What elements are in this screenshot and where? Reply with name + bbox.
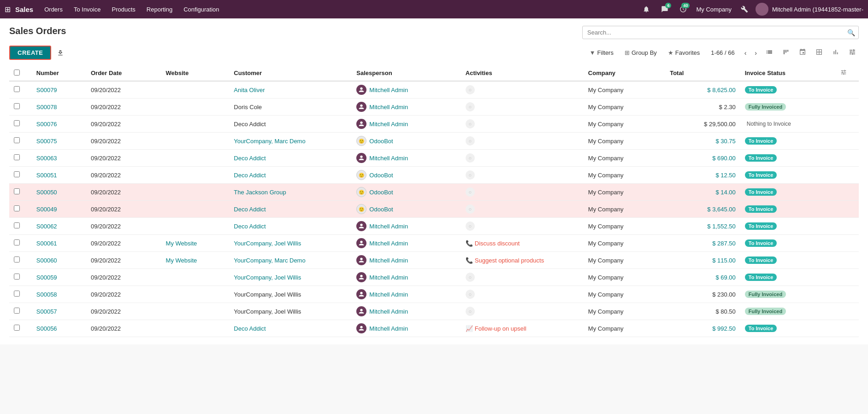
salesperson-name[interactable]: OdooBot bbox=[369, 189, 393, 196]
row-customer[interactable]: YourCompany, Joel Willis bbox=[229, 269, 352, 286]
th-customer[interactable]: Customer bbox=[229, 65, 352, 81]
optional-columns-button[interactable] bbox=[846, 47, 859, 59]
th-salesperson[interactable]: Salesperson bbox=[352, 65, 461, 81]
row-checkbox[interactable] bbox=[14, 239, 20, 245]
row-activity[interactable]: 📈 Follow-up on upsell bbox=[461, 320, 584, 337]
th-company[interactable]: Company bbox=[584, 65, 665, 81]
activity-circle[interactable]: ○ bbox=[466, 170, 475, 180]
row-checkbox[interactable] bbox=[14, 86, 20, 92]
row-total[interactable]: $ 30.75 bbox=[665, 133, 740, 150]
row-checkbox[interactable] bbox=[14, 308, 20, 314]
row-customer[interactable]: YourCompany, Joel Willis bbox=[229, 235, 352, 252]
th-total[interactable]: Total bbox=[665, 65, 740, 81]
salesperson-name[interactable]: Mitchell Admin bbox=[369, 155, 408, 162]
row-checkbox[interactable] bbox=[14, 205, 20, 211]
settings-icon[interactable] bbox=[737, 2, 752, 17]
row-total[interactable]: $ 287.50 bbox=[665, 235, 740, 252]
row-number[interactable]: S00063 bbox=[32, 150, 86, 167]
row-checkbox[interactable] bbox=[14, 274, 20, 280]
download-button[interactable] bbox=[55, 47, 66, 58]
row-number[interactable]: S00050 bbox=[32, 184, 86, 201]
activity-circle[interactable]: ○ bbox=[466, 273, 475, 282]
create-button[interactable]: CREATE bbox=[9, 46, 51, 60]
row-number[interactable]: S00060 bbox=[32, 252, 86, 269]
salesperson-name[interactable]: Mitchell Admin bbox=[369, 223, 408, 230]
salesperson-name[interactable]: Mitchell Admin bbox=[369, 240, 408, 247]
salesperson-name[interactable]: OdooBot bbox=[369, 138, 393, 145]
row-number[interactable]: S00062 bbox=[32, 218, 86, 235]
th-invoice-status[interactable]: Invoice Status bbox=[740, 65, 836, 81]
salesperson-name[interactable]: Mitchell Admin bbox=[369, 291, 408, 298]
th-column-settings[interactable] bbox=[836, 65, 859, 81]
activity-circle[interactable]: ○ bbox=[466, 307, 475, 316]
salesperson-name[interactable]: Mitchell Admin bbox=[369, 257, 408, 264]
app-title[interactable]: Sales bbox=[15, 6, 33, 13]
row-customer[interactable]: Anita Oliver bbox=[229, 81, 352, 99]
nav-configuration[interactable]: Configuration bbox=[179, 0, 224, 18]
search-input[interactable] bbox=[582, 26, 859, 39]
select-all-checkbox[interactable] bbox=[14, 70, 20, 76]
row-total[interactable]: $ 115.00 bbox=[665, 252, 740, 269]
row-checkbox[interactable] bbox=[14, 291, 20, 297]
row-checkbox[interactable] bbox=[14, 222, 20, 228]
row-number[interactable]: S00059 bbox=[32, 269, 86, 286]
row-checkbox[interactable] bbox=[14, 188, 20, 194]
row-number[interactable]: S00078 bbox=[32, 99, 86, 116]
activity-text[interactable]: Discuss discount bbox=[475, 240, 520, 247]
row-website[interactable]: My Website bbox=[161, 252, 230, 269]
view-list[interactable] bbox=[763, 47, 776, 59]
pagination-prev[interactable]: ‹ bbox=[742, 48, 749, 58]
user-name[interactable]: Mitchell Admin (19441852-master- bbox=[772, 6, 863, 13]
row-checkbox[interactable] bbox=[14, 137, 20, 143]
th-website[interactable]: Website bbox=[161, 65, 230, 81]
row-checkbox[interactable] bbox=[14, 325, 20, 331]
row-total[interactable]: $ 8,625.00 bbox=[665, 81, 740, 99]
row-customer[interactable]: The Jackson Group bbox=[229, 184, 352, 201]
row-number[interactable]: S00058 bbox=[32, 286, 86, 303]
row-number[interactable]: S00051 bbox=[32, 167, 86, 184]
row-checkbox[interactable] bbox=[14, 171, 20, 177]
nav-reporting[interactable]: Reporting bbox=[142, 0, 177, 18]
row-checkbox[interactable] bbox=[14, 154, 20, 160]
row-total[interactable]: $ 3,645.00 bbox=[665, 201, 740, 218]
row-activity[interactable]: 📞 Discuss discount bbox=[461, 235, 584, 252]
row-customer[interactable]: Deco Addict bbox=[229, 150, 352, 167]
view-calendar[interactable] bbox=[796, 47, 809, 59]
row-number[interactable]: S00061 bbox=[32, 235, 86, 252]
nav-products[interactable]: Products bbox=[107, 0, 140, 18]
salesperson-name[interactable]: Mitchell Admin bbox=[369, 325, 408, 332]
row-number[interactable]: S00079 bbox=[32, 81, 86, 99]
row-customer[interactable]: Deco Addict bbox=[229, 167, 352, 184]
row-checkbox[interactable] bbox=[14, 257, 20, 262]
nav-to-invoice[interactable]: To Invoice bbox=[69, 0, 106, 18]
row-number[interactable]: S00049 bbox=[32, 201, 86, 218]
row-total[interactable]: $ 690.00 bbox=[665, 150, 740, 167]
nav-orders[interactable]: Orders bbox=[40, 0, 67, 18]
view-graph[interactable] bbox=[829, 47, 842, 59]
row-activity[interactable]: 📞 Suggest optional products bbox=[461, 252, 584, 269]
clock-icon[interactable]: 40 bbox=[676, 2, 691, 17]
row-customer[interactable]: Deco Addict bbox=[229, 218, 352, 235]
salesperson-name[interactable]: Mitchell Admin bbox=[369, 104, 408, 111]
row-website[interactable]: My Website bbox=[161, 235, 230, 252]
row-number[interactable]: S00057 bbox=[32, 303, 86, 320]
activity-circle[interactable]: ○ bbox=[466, 204, 475, 214]
company-name[interactable]: My Company bbox=[696, 6, 732, 13]
row-customer[interactable]: YourCompany, Marc Demo bbox=[229, 133, 352, 150]
activity-circle[interactable]: ○ bbox=[466, 153, 475, 163]
row-checkbox[interactable] bbox=[14, 120, 20, 126]
user-avatar[interactable] bbox=[756, 3, 768, 16]
activity-circle[interactable]: ○ bbox=[466, 85, 475, 94]
row-total[interactable]: $ 1,552.50 bbox=[665, 218, 740, 235]
row-checkbox[interactable] bbox=[14, 103, 20, 109]
row-number[interactable]: S00056 bbox=[32, 320, 86, 337]
row-number[interactable]: S00075 bbox=[32, 133, 86, 150]
salesperson-name[interactable]: Mitchell Admin bbox=[369, 87, 408, 93]
row-number[interactable]: S00076 bbox=[32, 116, 86, 133]
salesperson-name[interactable]: Mitchell Admin bbox=[369, 121, 408, 128]
pagination-next[interactable]: › bbox=[752, 48, 759, 58]
activity-text[interactable]: Suggest optional products bbox=[475, 257, 544, 264]
th-checkbox[interactable] bbox=[9, 65, 32, 81]
favorites-button[interactable]: ★ Favorites bbox=[664, 47, 703, 58]
row-customer[interactable]: Deco Addict bbox=[229, 201, 352, 218]
